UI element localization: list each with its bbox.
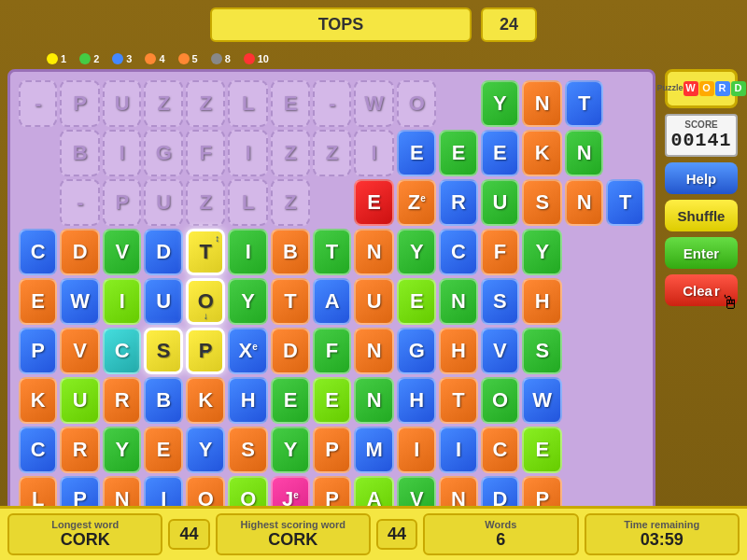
grid-cell[interactable]: G: [397, 328, 436, 374]
grid-cell[interactable]: S: [144, 328, 183, 374]
grid-cell[interactable]: E: [522, 427, 562, 473]
grid-cell[interactable]: E: [481, 130, 520, 176]
grid-cell[interactable]: I: [103, 278, 141, 325]
grid-cell[interactable]: O↓: [186, 278, 225, 325]
grid-cell: Z: [186, 179, 225, 226]
grid-cell[interactable]: E: [439, 130, 477, 176]
dot-red: [244, 53, 255, 64]
grid-cell[interactable]: P: [313, 427, 351, 473]
grid-cell[interactable]: R: [103, 377, 141, 424]
grid-cell[interactable]: V: [60, 328, 100, 374]
grid-cell[interactable]: T: [565, 80, 603, 127]
grid-cell[interactable]: C: [439, 229, 477, 275]
grid-cell[interactable]: T: [271, 278, 310, 325]
grid-cell[interactable]: N: [354, 229, 394, 275]
grid-cell[interactable]: F: [313, 328, 351, 374]
grid-cell[interactable]: E: [397, 278, 436, 325]
dot-label-4: 4: [159, 53, 164, 64]
time-label: Time remaining: [594, 519, 730, 530]
grid-cell[interactable]: R: [60, 427, 100, 473]
grid-cell: L: [228, 179, 268, 226]
word-grid: -PUZZLE-WOYNTBIGFIZZIEEEKN-PUZLZEZeRUSNT…: [16, 77, 647, 525]
dot-10: 10: [244, 53, 269, 64]
grid-cell[interactable]: Y: [397, 229, 436, 275]
grid-cell[interactable]: Y: [271, 427, 310, 473]
grid-cell[interactable]: H: [522, 278, 562, 325]
grid-cell[interactable]: U: [60, 377, 100, 424]
grid-cell[interactable]: H: [228, 377, 268, 424]
grid-cell[interactable]: T: [606, 179, 644, 226]
grid-cell[interactable]: T: [313, 229, 351, 275]
grid-cell[interactable]: E: [144, 427, 183, 473]
grid-cell[interactable]: Xe: [228, 328, 268, 374]
grid-cell[interactable]: U: [481, 179, 520, 226]
grid-cell[interactable]: K: [19, 377, 57, 424]
grid-cell[interactable]: S: [228, 427, 268, 473]
grid-cell[interactable]: D: [144, 229, 183, 275]
grid-cell[interactable]: U: [144, 278, 183, 325]
grid-cell[interactable]: P: [19, 328, 57, 374]
grid-cell[interactable]: N: [354, 328, 394, 374]
grid-cell[interactable]: E: [354, 179, 394, 226]
highest-word-section: Highest scoring word CORK: [216, 513, 371, 555]
grid-cell[interactable]: U: [354, 278, 394, 325]
dot-label-2: 2: [93, 53, 99, 64]
grid-cell[interactable]: W: [522, 377, 562, 424]
grid-cell[interactable]: P↔: [186, 328, 225, 374]
grid-cell[interactable]: S: [522, 328, 562, 374]
grid-cell[interactable]: C: [19, 229, 57, 275]
grid-cell[interactable]: N: [565, 130, 603, 176]
grid-cell[interactable]: E: [19, 278, 57, 325]
shuffle-button[interactable]: Shuffle: [665, 200, 738, 231]
dot-label-5: 5: [192, 53, 198, 64]
grid-cell[interactable]: I: [397, 427, 436, 473]
grid-cell[interactable]: Y: [228, 278, 268, 325]
clear-button[interactable]: Clea r: [665, 274, 738, 306]
grid-cell[interactable]: N: [565, 179, 603, 226]
grid-cell[interactable]: N: [522, 80, 562, 127]
grid-cell[interactable]: H: [439, 328, 477, 374]
grid-cell[interactable]: D: [271, 328, 310, 374]
grid-cell[interactable]: M: [354, 427, 394, 473]
grid-cell[interactable]: T: [439, 377, 477, 424]
grid-cell[interactable]: C: [481, 427, 520, 473]
grid-cell[interactable]: F: [481, 229, 520, 275]
grid-cell[interactable]: Y: [481, 80, 520, 127]
grid-cell[interactable]: N: [439, 278, 477, 325]
grid-cell[interactable]: V: [103, 229, 141, 275]
grid-cell[interactable]: V: [481, 328, 520, 374]
grid-cell[interactable]: E: [397, 130, 436, 176]
grid-cell[interactable]: Y: [103, 427, 141, 473]
grid-cell[interactable]: K: [522, 130, 562, 176]
dot-label-10: 10: [258, 53, 269, 64]
dot-label-8: 8: [225, 53, 231, 64]
help-button[interactable]: Help: [665, 162, 738, 194]
grid-cell[interactable]: I: [439, 427, 477, 473]
grid-cell[interactable]: B: [271, 229, 310, 275]
puzzle-word-logo: Puzzle W O R D: [665, 69, 738, 108]
grid-cell[interactable]: K: [186, 377, 225, 424]
logo-d: D: [731, 81, 746, 96]
grid-cell[interactable]: C: [103, 328, 141, 374]
grid-cell[interactable]: H: [397, 377, 436, 424]
grid-cell[interactable]: B: [144, 377, 183, 424]
grid-cell[interactable]: S: [522, 179, 562, 226]
grid-cell[interactable]: T↕: [186, 229, 225, 275]
grid-cell[interactable]: A: [313, 278, 351, 325]
grid-cell[interactable]: N: [354, 377, 394, 424]
grid-cell[interactable]: Y: [522, 229, 562, 275]
grid-cell[interactable]: C: [19, 427, 57, 473]
grid-cell[interactable]: E: [313, 377, 351, 424]
grid-cell[interactable]: O: [481, 377, 520, 424]
grid-cell[interactable]: W: [60, 278, 100, 325]
grid-cell[interactable]: I: [228, 229, 268, 275]
grid-cell: I: [228, 130, 268, 176]
grid-cell[interactable]: R: [439, 179, 477, 226]
grid-cell[interactable]: Ze: [397, 179, 436, 226]
grid-cell[interactable]: D: [60, 229, 100, 275]
grid-cell: I: [354, 130, 394, 176]
grid-cell[interactable]: Y: [186, 427, 225, 473]
grid-cell[interactable]: E: [271, 377, 310, 424]
grid-cell[interactable]: S: [481, 278, 520, 325]
enter-button[interactable]: Enter: [665, 237, 738, 269]
